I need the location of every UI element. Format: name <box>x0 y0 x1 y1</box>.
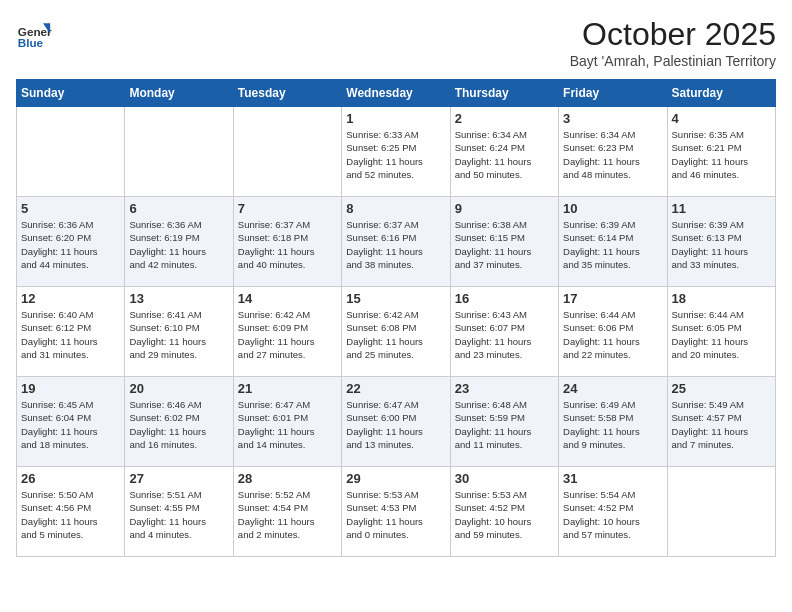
day-info: Sunrise: 5:49 AM Sunset: 4:57 PM Dayligh… <box>672 398 771 451</box>
calendar-cell: 23Sunrise: 6:48 AM Sunset: 5:59 PM Dayli… <box>450 377 558 467</box>
day-number: 10 <box>563 201 662 216</box>
day-info: Sunrise: 6:34 AM Sunset: 6:24 PM Dayligh… <box>455 128 554 181</box>
calendar-cell: 4Sunrise: 6:35 AM Sunset: 6:21 PM Daylig… <box>667 107 775 197</box>
day-info: Sunrise: 6:35 AM Sunset: 6:21 PM Dayligh… <box>672 128 771 181</box>
calendar-cell: 27Sunrise: 5:51 AM Sunset: 4:55 PM Dayli… <box>125 467 233 557</box>
weekday-header-row: SundayMondayTuesdayWednesdayThursdayFrid… <box>17 80 776 107</box>
weekday-header-cell: Wednesday <box>342 80 450 107</box>
calendar-cell: 3Sunrise: 6:34 AM Sunset: 6:23 PM Daylig… <box>559 107 667 197</box>
day-number: 30 <box>455 471 554 486</box>
day-info: Sunrise: 6:49 AM Sunset: 5:58 PM Dayligh… <box>563 398 662 451</box>
day-info: Sunrise: 6:34 AM Sunset: 6:23 PM Dayligh… <box>563 128 662 181</box>
day-number: 18 <box>672 291 771 306</box>
day-number: 5 <box>21 201 120 216</box>
calendar-cell: 14Sunrise: 6:42 AM Sunset: 6:09 PM Dayli… <box>233 287 341 377</box>
day-number: 11 <box>672 201 771 216</box>
day-number: 26 <box>21 471 120 486</box>
logo-icon: General Blue <box>16 16 52 52</box>
day-number: 17 <box>563 291 662 306</box>
day-number: 24 <box>563 381 662 396</box>
day-number: 22 <box>346 381 445 396</box>
day-info: Sunrise: 6:37 AM Sunset: 6:16 PM Dayligh… <box>346 218 445 271</box>
svg-text:Blue: Blue <box>18 36 44 49</box>
day-number: 13 <box>129 291 228 306</box>
calendar-cell: 11Sunrise: 6:39 AM Sunset: 6:13 PM Dayli… <box>667 197 775 287</box>
weekday-header-cell: Thursday <box>450 80 558 107</box>
calendar-cell: 21Sunrise: 6:47 AM Sunset: 6:01 PM Dayli… <box>233 377 341 467</box>
calendar-cell: 13Sunrise: 6:41 AM Sunset: 6:10 PM Dayli… <box>125 287 233 377</box>
calendar-cell <box>233 107 341 197</box>
day-number: 20 <box>129 381 228 396</box>
weekday-header-cell: Friday <box>559 80 667 107</box>
day-number: 21 <box>238 381 337 396</box>
calendar-week-row: 19Sunrise: 6:45 AM Sunset: 6:04 PM Dayli… <box>17 377 776 467</box>
calendar-week-row: 12Sunrise: 6:40 AM Sunset: 6:12 PM Dayli… <box>17 287 776 377</box>
day-number: 19 <box>21 381 120 396</box>
calendar-cell: 9Sunrise: 6:38 AM Sunset: 6:15 PM Daylig… <box>450 197 558 287</box>
day-number: 12 <box>21 291 120 306</box>
day-number: 2 <box>455 111 554 126</box>
calendar-cell: 17Sunrise: 6:44 AM Sunset: 6:06 PM Dayli… <box>559 287 667 377</box>
day-info: Sunrise: 6:45 AM Sunset: 6:04 PM Dayligh… <box>21 398 120 451</box>
calendar-table: SundayMondayTuesdayWednesdayThursdayFrid… <box>16 79 776 557</box>
calendar-cell: 18Sunrise: 6:44 AM Sunset: 6:05 PM Dayli… <box>667 287 775 377</box>
day-info: Sunrise: 6:41 AM Sunset: 6:10 PM Dayligh… <box>129 308 228 361</box>
calendar-cell: 20Sunrise: 6:46 AM Sunset: 6:02 PM Dayli… <box>125 377 233 467</box>
calendar-cell <box>667 467 775 557</box>
calendar-cell <box>17 107 125 197</box>
calendar-cell: 7Sunrise: 6:37 AM Sunset: 6:18 PM Daylig… <box>233 197 341 287</box>
month-title: October 2025 <box>570 16 776 53</box>
weekday-header-cell: Saturday <box>667 80 775 107</box>
day-info: Sunrise: 5:51 AM Sunset: 4:55 PM Dayligh… <box>129 488 228 541</box>
calendar-cell: 10Sunrise: 6:39 AM Sunset: 6:14 PM Dayli… <box>559 197 667 287</box>
weekday-header-cell: Sunday <box>17 80 125 107</box>
calendar-cell: 16Sunrise: 6:43 AM Sunset: 6:07 PM Dayli… <box>450 287 558 377</box>
day-number: 8 <box>346 201 445 216</box>
day-number: 3 <box>563 111 662 126</box>
calendar-cell: 25Sunrise: 5:49 AM Sunset: 4:57 PM Dayli… <box>667 377 775 467</box>
calendar-cell: 19Sunrise: 6:45 AM Sunset: 6:04 PM Dayli… <box>17 377 125 467</box>
day-info: Sunrise: 6:46 AM Sunset: 6:02 PM Dayligh… <box>129 398 228 451</box>
location-subtitle: Bayt 'Amrah, Palestinian Territory <box>570 53 776 69</box>
day-info: Sunrise: 5:52 AM Sunset: 4:54 PM Dayligh… <box>238 488 337 541</box>
day-info: Sunrise: 6:33 AM Sunset: 6:25 PM Dayligh… <box>346 128 445 181</box>
day-info: Sunrise: 6:38 AM Sunset: 6:15 PM Dayligh… <box>455 218 554 271</box>
day-number: 25 <box>672 381 771 396</box>
calendar-cell: 1Sunrise: 6:33 AM Sunset: 6:25 PM Daylig… <box>342 107 450 197</box>
calendar-body: 1Sunrise: 6:33 AM Sunset: 6:25 PM Daylig… <box>17 107 776 557</box>
calendar-cell: 15Sunrise: 6:42 AM Sunset: 6:08 PM Dayli… <box>342 287 450 377</box>
calendar-cell: 26Sunrise: 5:50 AM Sunset: 4:56 PM Dayli… <box>17 467 125 557</box>
day-number: 31 <box>563 471 662 486</box>
day-info: Sunrise: 6:42 AM Sunset: 6:09 PM Dayligh… <box>238 308 337 361</box>
day-number: 23 <box>455 381 554 396</box>
calendar-cell: 2Sunrise: 6:34 AM Sunset: 6:24 PM Daylig… <box>450 107 558 197</box>
weekday-header-cell: Monday <box>125 80 233 107</box>
weekday-header-cell: Tuesday <box>233 80 341 107</box>
day-info: Sunrise: 6:36 AM Sunset: 6:20 PM Dayligh… <box>21 218 120 271</box>
day-info: Sunrise: 5:53 AM Sunset: 4:52 PM Dayligh… <box>455 488 554 541</box>
calendar-week-row: 26Sunrise: 5:50 AM Sunset: 4:56 PM Dayli… <box>17 467 776 557</box>
day-info: Sunrise: 5:53 AM Sunset: 4:53 PM Dayligh… <box>346 488 445 541</box>
calendar-cell: 28Sunrise: 5:52 AM Sunset: 4:54 PM Dayli… <box>233 467 341 557</box>
day-number: 4 <box>672 111 771 126</box>
day-info: Sunrise: 6:40 AM Sunset: 6:12 PM Dayligh… <box>21 308 120 361</box>
calendar-cell: 22Sunrise: 6:47 AM Sunset: 6:00 PM Dayli… <box>342 377 450 467</box>
day-number: 16 <box>455 291 554 306</box>
calendar-cell: 30Sunrise: 5:53 AM Sunset: 4:52 PM Dayli… <box>450 467 558 557</box>
day-info: Sunrise: 6:36 AM Sunset: 6:19 PM Dayligh… <box>129 218 228 271</box>
day-info: Sunrise: 5:50 AM Sunset: 4:56 PM Dayligh… <box>21 488 120 541</box>
calendar-cell: 12Sunrise: 6:40 AM Sunset: 6:12 PM Dayli… <box>17 287 125 377</box>
day-number: 28 <box>238 471 337 486</box>
day-number: 9 <box>455 201 554 216</box>
day-info: Sunrise: 6:39 AM Sunset: 6:14 PM Dayligh… <box>563 218 662 271</box>
page-header: General Blue October 2025 Bayt 'Amrah, P… <box>16 16 776 69</box>
day-number: 7 <box>238 201 337 216</box>
day-info: Sunrise: 6:39 AM Sunset: 6:13 PM Dayligh… <box>672 218 771 271</box>
day-info: Sunrise: 6:43 AM Sunset: 6:07 PM Dayligh… <box>455 308 554 361</box>
day-info: Sunrise: 5:54 AM Sunset: 4:52 PM Dayligh… <box>563 488 662 541</box>
day-info: Sunrise: 6:47 AM Sunset: 6:01 PM Dayligh… <box>238 398 337 451</box>
calendar-cell: 24Sunrise: 6:49 AM Sunset: 5:58 PM Dayli… <box>559 377 667 467</box>
day-number: 1 <box>346 111 445 126</box>
calendar-week-row: 1Sunrise: 6:33 AM Sunset: 6:25 PM Daylig… <box>17 107 776 197</box>
day-info: Sunrise: 6:42 AM Sunset: 6:08 PM Dayligh… <box>346 308 445 361</box>
